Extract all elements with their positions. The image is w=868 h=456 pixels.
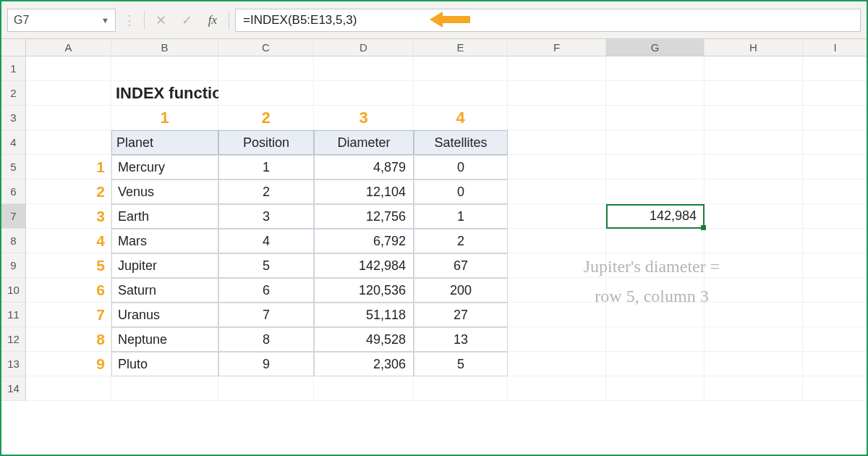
cell[interactable] [26,81,111,106]
row-header[interactable]: 14 [1,376,26,401]
cell[interactable] [508,130,606,155]
cell[interactable] [606,56,705,81]
cell[interactable] [111,56,218,81]
result-cell[interactable]: 142,984 [606,204,705,229]
row-header[interactable]: 13 [1,352,26,376]
dropdown-arrow-icon[interactable]: ▼ [101,16,109,25]
table-cell[interactable]: 142,984 [314,253,414,278]
col-header[interactable]: D [314,39,414,56]
table-cell[interactable]: 49,528 [314,327,414,352]
cell[interactable] [803,253,868,278]
cell[interactable] [26,106,111,130]
table-cell[interactable]: 3 [218,204,314,229]
cell[interactable] [606,81,705,106]
row-header[interactable]: 3 [1,106,26,130]
table-cell[interactable]: 2 [218,180,314,204]
row-header[interactable]: 12 [1,327,26,352]
col-header[interactable]: H [705,39,803,56]
cell[interactable] [803,130,868,155]
row-header[interactable]: 7 [1,204,26,229]
cancel-icon[interactable]: ✕ [150,12,171,28]
cell[interactable] [606,180,705,204]
table-cell[interactable]: 0 [414,155,508,180]
table-cell[interactable]: 2 [414,229,508,253]
table-cell[interactable]: 13 [414,327,508,352]
table-cell[interactable]: Venus [111,180,218,204]
col-header[interactable]: B [111,39,218,56]
cell[interactable] [705,180,803,204]
cell[interactable] [803,327,868,352]
page-title[interactable]: INDEX function [111,81,218,106]
cell[interactable] [508,229,606,253]
row-header[interactable]: 4 [1,130,26,155]
cell[interactable] [508,327,606,352]
row-header[interactable]: 2 [1,81,26,106]
cell[interactable] [803,278,868,303]
cell[interactable] [803,229,868,253]
col-header[interactable]: E [414,39,508,56]
table-cell[interactable]: 120,536 [314,278,414,303]
table-cell[interactable]: Pluto [111,352,218,376]
table-cell[interactable]: 1 [218,155,314,180]
table-cell[interactable]: 27 [414,303,508,327]
col-header[interactable]: C [218,39,314,56]
cell[interactable] [606,106,705,130]
name-box[interactable]: G7 ▼ [7,9,116,32]
table-cell[interactable]: 6,792 [314,229,414,253]
cell[interactable] [314,81,414,106]
table-cell[interactable]: 67 [414,253,508,278]
cell[interactable] [606,229,705,253]
cell[interactable] [705,155,803,180]
table-cell[interactable]: 12,104 [314,180,414,204]
cell[interactable] [705,56,803,81]
cell[interactable] [803,376,868,401]
cell[interactable] [606,327,705,352]
cell[interactable] [803,155,868,180]
cell[interactable] [803,303,868,327]
cell[interactable] [705,130,803,155]
formula-input[interactable]: =INDEX(B5:E13,5,3) [235,9,861,32]
cell[interactable] [508,81,606,106]
table-header[interactable]: Diameter [314,130,414,155]
cell[interactable] [508,56,606,81]
table-header[interactable]: Satellites [414,130,508,155]
cell[interactable] [508,106,606,130]
cell[interactable] [705,376,803,401]
table-header[interactable]: Planet [111,130,218,155]
cell[interactable] [508,352,606,376]
cell[interactable] [606,376,705,401]
table-cell[interactable]: 4,879 [314,155,414,180]
cell[interactable] [218,376,314,401]
row-header[interactable]: 5 [1,155,26,180]
table-cell[interactable]: 7 [218,303,314,327]
select-all-corner[interactable] [1,39,26,56]
cell[interactable] [705,327,803,352]
table-cell[interactable]: Earth [111,204,218,229]
table-cell[interactable]: 8 [218,327,314,352]
col-header[interactable]: A [26,39,111,56]
cell[interactable] [705,204,803,229]
table-cell[interactable]: 0 [414,180,508,204]
table-cell[interactable]: 9 [218,352,314,376]
confirm-icon[interactable]: ✓ [176,12,197,28]
cell[interactable] [705,106,803,130]
table-cell[interactable]: Mercury [111,155,218,180]
row-header[interactable]: 11 [1,303,26,327]
cell[interactable] [508,155,606,180]
cell[interactable] [218,56,314,81]
cell[interactable] [606,352,705,376]
table-cell[interactable]: 12,756 [314,204,414,229]
cell[interactable] [803,56,868,81]
cell[interactable] [803,352,868,376]
table-cell[interactable]: Uranus [111,303,218,327]
cell[interactable] [803,204,868,229]
cell[interactable] [803,180,868,204]
table-cell[interactable]: 5 [218,253,314,278]
table-cell[interactable]: 4 [218,229,314,253]
cell[interactable] [26,376,111,401]
cell[interactable] [705,352,803,376]
table-cell[interactable]: 51,118 [314,303,414,327]
cell[interactable] [26,130,111,155]
col-header[interactable]: F [508,39,606,56]
cell[interactable] [705,229,803,253]
